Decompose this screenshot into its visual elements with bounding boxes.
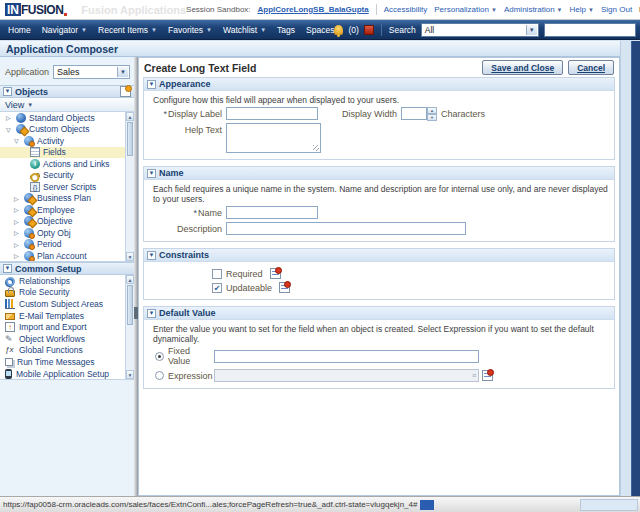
nav-spaces[interactable]: Spaces <box>306 25 334 35</box>
constraints-section: ▼ Constraints Required Updateable <box>143 248 615 300</box>
list-item-mobile-application-setup[interactable]: Mobile Application Setup <box>0 368 134 380</box>
page-scrollbar-track[interactable] <box>620 41 631 496</box>
administration-menu[interactable]: Administration▼ <box>504 5 563 14</box>
session-sandbox-link[interactable]: ApplCoreLongSB_BalaGupta <box>258 5 369 14</box>
display-label-input[interactable] <box>226 107 318 120</box>
constraints-section-header[interactable]: ▼ Constraints <box>144 249 614 262</box>
list-item-custom-subject-areas[interactable]: Custom Subject Areas <box>0 298 134 310</box>
tree-item-period[interactable]: ▷Period <box>0 239 134 251</box>
display-width-input[interactable] <box>401 107 427 120</box>
notifications-bell-icon[interactable] <box>334 25 343 35</box>
calendar-icon[interactable] <box>364 25 374 35</box>
expression-builder-icon[interactable] <box>270 268 281 279</box>
objects-panel-header[interactable]: ▼ Objects <box>0 85 134 98</box>
nav-favorites[interactable]: Favorites▼ <box>168 25 212 35</box>
help-text-label: Help Text <box>144 123 222 135</box>
expand-icon[interactable]: ▷ <box>14 218 21 225</box>
tree-item-server-scripts[interactable]: Server Scripts <box>0 181 134 193</box>
common-setup-panel-header[interactable]: ▼ Common Setup <box>0 262 134 275</box>
spin-up-icon[interactable]: ▲ <box>427 107 437 114</box>
collapse-icon[interactable]: ▽ <box>14 137 21 144</box>
list-item-relationships[interactable]: Relationships <box>0 275 134 287</box>
nav-recent-items[interactable]: Recent Items▼ <box>98 25 157 35</box>
name-section-header[interactable]: ▼ Name <box>144 167 614 180</box>
list-item-run-time-messages[interactable]: Run Time Messages <box>0 356 134 368</box>
collapse-icon[interactable]: ▼ <box>147 251 156 260</box>
nav-watchlist-label: Watchlist <box>223 25 257 35</box>
expand-icon[interactable]: ▷ <box>14 206 21 213</box>
tree-item-custom-objects[interactable]: ▽Custom Objects <box>0 124 134 136</box>
constraints-title: Constraints <box>159 250 209 260</box>
collapse-icon[interactable]: ▼ <box>3 87 12 96</box>
tree-scrollbar[interactable]: ▲ ▼ <box>125 112 134 261</box>
nav-navigator[interactable]: Navigator▼ <box>42 25 87 35</box>
collapse-icon[interactable]: ▼ <box>147 309 156 318</box>
search-scope-select[interactable]: All▼ <box>421 23 539 37</box>
save-and-close-button[interactable]: Save and Close <box>482 60 563 75</box>
collapse-icon[interactable]: ▼ <box>147 80 156 89</box>
new-object-icon[interactable] <box>120 86 131 97</box>
nav-watchlist[interactable]: Watchlist▼ <box>223 25 266 35</box>
scroll-up-icon[interactable]: ▲ <box>126 112 134 121</box>
help-menu[interactable]: Help▼ <box>570 5 594 14</box>
expand-icon[interactable]: ▷ <box>14 229 21 236</box>
tree-item-business-plan[interactable]: ▷Business Plan <box>0 193 134 205</box>
cancel-button[interactable]: Cancel <box>568 60 614 75</box>
sign-out-link[interactable]: Sign Out <box>601 5 632 14</box>
resize-grip-icon[interactable] <box>313 145 319 151</box>
tree-item-plan-account[interactable]: ▷Plan Account <box>0 250 134 262</box>
view-menu[interactable]: View ▼ <box>0 98 134 112</box>
default-value-section-header[interactable]: ▼ Default Value <box>144 307 614 320</box>
tree-item-security[interactable]: Security <box>0 170 134 182</box>
search-input[interactable] <box>544 23 636 37</box>
help-text-textarea[interactable] <box>226 123 321 153</box>
nav-tags[interactable]: Tags <box>277 25 295 35</box>
expand-icon[interactable]: ▷ <box>14 241 21 248</box>
tree-item-objective[interactable]: ▷Objective <box>0 216 134 228</box>
name-section: ▼ Name Each field requires a unique name… <box>143 166 615 242</box>
tree-item-opty-obj[interactable]: ▷Opty Obj <box>0 227 134 239</box>
scroll-down-icon[interactable]: ▼ <box>126 370 134 379</box>
tree-item-plan-team[interactable]: ▷Plan Team <box>0 262 134 263</box>
list-item-global-functions[interactable]: Global Functions <box>0 345 134 357</box>
expand-icon[interactable]: ▷ <box>6 114 13 121</box>
sidebar: Application Sales▼ ▼ Objects View ▼ ▷Sta… <box>0 57 134 496</box>
fixed-value-input[interactable] <box>214 350 479 363</box>
collapse-icon[interactable]: ▼ <box>147 169 156 178</box>
expand-icon[interactable]: ▷ <box>14 195 21 202</box>
scroll-thumb[interactable] <box>127 285 133 325</box>
accessibility-link[interactable]: Accessibility <box>384 5 428 14</box>
display-width-stepper[interactable]: ▲▼ <box>401 107 437 120</box>
updateable-checkbox[interactable] <box>212 283 222 293</box>
required-checkbox[interactable] <box>212 269 222 279</box>
page-scrollbar-thumb[interactable] <box>631 41 640 496</box>
application-select[interactable]: Sales▼ <box>53 65 130 79</box>
name-input[interactable] <box>226 206 318 219</box>
tree-item-activity[interactable]: ▽Activity <box>0 135 134 147</box>
scroll-up-icon[interactable]: ▲ <box>126 275 134 284</box>
tree-item-fields[interactable]: Fields <box>0 147 134 159</box>
tree-item-actions-and-links[interactable]: Actions and Links <box>0 158 134 170</box>
tree-item-employee[interactable]: ▷Employee <box>0 204 134 216</box>
list-item-object-workflows[interactable]: Object Workflows <box>0 333 134 345</box>
collapse-icon[interactable]: ▽ <box>6 126 13 133</box>
expression-radio[interactable] <box>155 371 164 380</box>
personalization-menu[interactable]: Personalization▼ <box>434 5 497 14</box>
spin-down-icon[interactable]: ▼ <box>427 114 437 121</box>
list-item-import-and-export[interactable]: Import and Export <box>0 321 134 333</box>
expression-builder-icon[interactable] <box>279 282 290 293</box>
scroll-thumb[interactable] <box>127 122 133 156</box>
nav-home[interactable]: Home <box>8 25 31 35</box>
scroll-down-icon[interactable]: ▼ <box>126 252 134 261</box>
fixed-value-radio[interactable] <box>155 352 164 361</box>
common-setup-scrollbar[interactable]: ▲ ▼ <box>125 275 134 379</box>
appearance-section-header[interactable]: ▼ Appearance <box>144 78 614 91</box>
description-label: Description <box>144 224 222 234</box>
expand-icon[interactable]: ▷ <box>14 252 21 259</box>
tree-item-standard-objects[interactable]: ▷Standard Objects <box>0 112 134 124</box>
collapse-icon[interactable]: ▼ <box>3 264 12 273</box>
list-item-email-templates[interactable]: E-Mail Templates <box>0 310 134 322</box>
list-item-role-security[interactable]: Role Security <box>0 287 134 299</box>
description-input[interactable] <box>226 222 466 235</box>
expression-builder-icon[interactable] <box>482 370 493 381</box>
